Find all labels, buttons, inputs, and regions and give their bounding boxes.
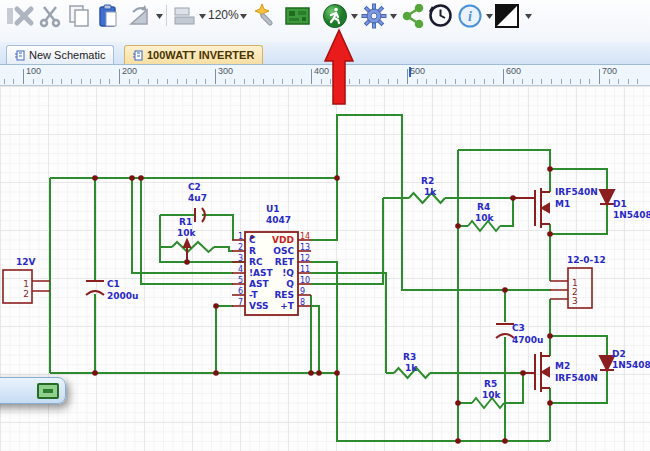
ruler-tick: [407, 69, 408, 84]
rotate-dropdown-caret[interactable]: [155, 12, 164, 20]
ruler-tick: [445, 79, 446, 84]
m2-ref: M2: [555, 361, 570, 371]
r4-ref: R4: [477, 202, 490, 212]
ruler-tick: [321, 79, 322, 84]
ic-pin-number-14: 14: [300, 232, 310, 241]
run-simulation-icon: [322, 3, 348, 29]
d2-ref: D2: [612, 349, 626, 359]
ruler-tick: [71, 79, 72, 84]
copy-icon: [67, 4, 91, 28]
ruler-tick: [628, 79, 629, 84]
ruler-tick: [263, 79, 264, 84]
zoom-level-select[interactable]: 120%: [208, 8, 239, 22]
ruler-tick: [340, 79, 341, 84]
ruler-tick: [599, 69, 600, 84]
ic-pin-number-6: 6: [238, 287, 243, 296]
r4-value: 10k: [475, 213, 495, 223]
c3-ref: C3: [512, 323, 525, 333]
m1-ref: M1: [555, 199, 570, 209]
ruler-tick: [119, 69, 120, 84]
info-icon: i: [457, 3, 483, 29]
ruler-tick: [311, 69, 312, 84]
tab-100watt-inverter[interactable]: 100WATT INVERTER: [124, 45, 263, 64]
run-dropdown-caret[interactable]: [350, 12, 359, 20]
copy-button[interactable]: [65, 2, 92, 29]
ruler-tick: [61, 79, 62, 84]
toolbar-separator: [166, 5, 167, 26]
battery-icon: [37, 383, 59, 399]
ruler-tick: [167, 79, 168, 84]
component-labels: 12V 1 2 C1 2000u C2 4u7 R1 10k U1 4047 R…: [16, 176, 650, 400]
ruler-tick: [205, 79, 206, 84]
source-label: 12V: [16, 257, 36, 267]
theme-dropdown-caret[interactable]: [524, 12, 533, 20]
ruler-tick: [81, 79, 82, 84]
ruler-tick: [109, 79, 110, 84]
ic-pin-name-6: -T: [249, 290, 258, 300]
wire-net[interactable]: [50, 115, 607, 441]
run-simulation-button[interactable]: [321, 2, 348, 29]
rotate-button[interactable]: [126, 2, 153, 29]
ruler-tick: [196, 79, 197, 84]
mosfet-M1: [513, 188, 550, 228]
d1-ref: D1: [613, 199, 627, 209]
r2-ref: R2: [421, 176, 434, 186]
r5-ref: R5: [484, 379, 497, 389]
ic-pin-name-11: !Q: [282, 268, 294, 278]
zoom-dropdown-caret[interactable]: [239, 12, 248, 20]
delete-button[interactable]: [10, 2, 37, 29]
cut-button[interactable]: [37, 2, 64, 29]
paste-button[interactable]: [95, 2, 122, 29]
align-icon: [173, 5, 197, 27]
ruler-tick: [177, 79, 178, 84]
d1-part: 1N5408: [613, 210, 650, 220]
ruler-tick: [52, 79, 53, 84]
ruler-tick: [359, 79, 360, 84]
share-button[interactable]: [399, 2, 426, 29]
ic-pin-number-10: 10: [300, 276, 310, 285]
ruler-tick: [349, 79, 350, 84]
ruler-tick: [609, 79, 610, 84]
align-dropdown-caret[interactable]: [198, 12, 207, 20]
ruler-tick: [532, 79, 533, 84]
wizard-button[interactable]: [252, 2, 279, 29]
align-button[interactable]: [171, 2, 198, 29]
document-tab-bar: New Schematic 100WATT INVERTER: [0, 42, 650, 65]
ic-pin-name-12: RET: [275, 257, 295, 267]
info-dropdown-caret[interactable]: [485, 12, 494, 20]
ruler-tick: [186, 79, 187, 84]
ruler-tick-label: 200: [122, 66, 137, 76]
ic-pin-number-3: 3: [238, 254, 243, 263]
floating-mini-panel[interactable]: [0, 377, 66, 404]
tab-label: 100WATT INVERTER: [147, 49, 254, 61]
ruler-tick: [503, 69, 504, 84]
ruler-tick: [282, 79, 283, 84]
pcb-button[interactable]: [284, 2, 311, 29]
ruler-tick: [580, 79, 581, 84]
ruler-tick-label: 300: [218, 66, 233, 76]
transformer-pin-3: 3: [572, 296, 578, 306]
ic-pin-number-11: 11: [300, 265, 310, 274]
r2-value: 1k: [424, 187, 437, 197]
ruler-tick: [455, 79, 456, 84]
ruler-tick: [129, 79, 130, 84]
settings-dropdown-caret[interactable]: [389, 12, 398, 20]
mosfet-M2: [523, 352, 550, 392]
m1-part: IRF540N: [555, 187, 598, 197]
history-clock-icon: [428, 3, 453, 28]
settings-button[interactable]: [360, 2, 387, 29]
history-button[interactable]: [427, 2, 454, 29]
c3-value: 4700u: [512, 335, 543, 345]
pcb-board-icon: [284, 5, 311, 27]
ruler-tick: [484, 79, 485, 84]
tab-new-schematic[interactable]: New Schematic: [6, 45, 114, 64]
d2-part: 1N5408: [612, 360, 650, 370]
theme-button[interactable]: [494, 2, 521, 29]
info-button[interactable]: i: [456, 2, 483, 29]
ruler-tick: [397, 79, 398, 84]
ruler-tick: [4, 79, 5, 84]
u1-value: 4047: [266, 215, 291, 225]
share-icon: [401, 4, 425, 28]
ic-pin-name-7: VSS: [249, 301, 269, 311]
ruler-tick-label: 100: [26, 66, 41, 76]
